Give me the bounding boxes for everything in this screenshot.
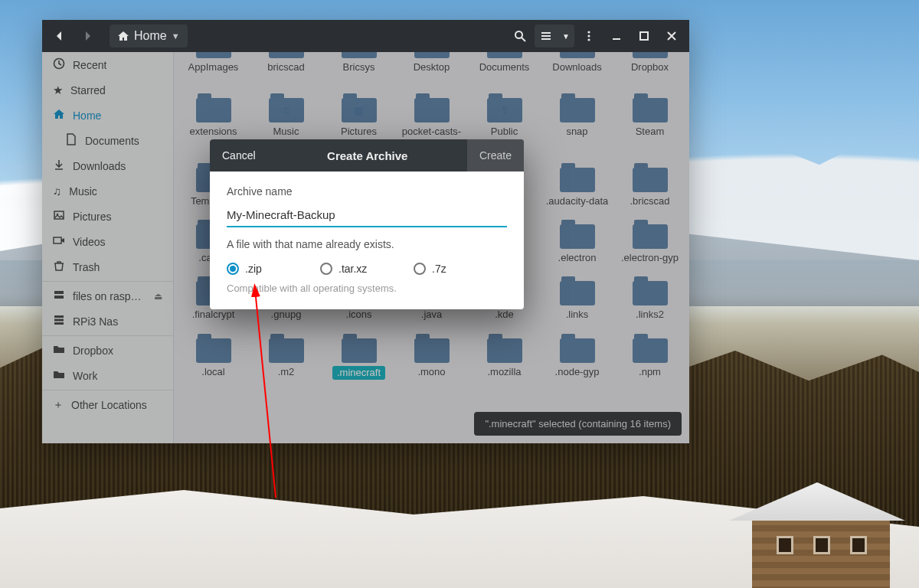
svg-point-7	[587, 38, 590, 41]
maximize-button[interactable]	[631, 24, 657, 47]
svg-rect-8	[613, 38, 620, 40]
close-button[interactable]	[659, 24, 685, 47]
format-tarxz-radio[interactable]: .tar.xz	[320, 263, 414, 275]
radio-icon	[320, 263, 332, 275]
view-options-chevron[interactable]: ▼	[558, 24, 574, 47]
radio-icon	[227, 263, 239, 275]
svg-rect-4	[541, 38, 551, 40]
path-label: Home	[134, 29, 167, 43]
svg-rect-2	[541, 32, 551, 34]
minimize-button[interactable]	[603, 24, 630, 47]
create-archive-dialog: Cancel Create Archive Create Archive nam…	[210, 139, 524, 309]
format-7z-radio[interactable]: .7z	[414, 263, 507, 275]
svg-point-5	[587, 31, 590, 33]
search-button[interactable]	[507, 24, 533, 47]
list-view-icon[interactable]	[535, 24, 558, 47]
format-hint: Compatible with all operating systems.	[227, 283, 507, 294]
svg-point-0	[515, 31, 522, 38]
archive-name-label: Archive name	[227, 185, 507, 198]
archive-name-input[interactable]	[227, 205, 507, 227]
hamburger-menu-button[interactable]	[576, 24, 602, 47]
name-exists-warning: A file with that name already exists.	[227, 238, 507, 250]
create-button[interactable]: Create	[467, 139, 524, 172]
headerbar: Home ▼ ▼	[42, 20, 689, 52]
format-zip-radio[interactable]: .zip	[227, 263, 320, 275]
dialog-headerbar: Cancel Create Archive Create	[210, 139, 524, 172]
svg-rect-9	[640, 32, 648, 40]
radio-icon	[414, 263, 426, 275]
svg-point-6	[587, 34, 590, 37]
chevron-down-icon: ▼	[172, 31, 180, 41]
path-bar[interactable]: Home ▼	[110, 24, 188, 47]
svg-line-1	[522, 38, 525, 41]
svg-rect-3	[541, 35, 551, 37]
view-switcher[interactable]: ▼	[535, 24, 574, 47]
forward-button[interactable]	[74, 24, 100, 47]
search-icon	[514, 30, 526, 42]
cancel-button[interactable]: Cancel	[210, 139, 268, 172]
back-button[interactable]	[47, 24, 73, 47]
home-icon	[117, 30, 129, 42]
dialog-title: Create Archive	[268, 149, 467, 162]
